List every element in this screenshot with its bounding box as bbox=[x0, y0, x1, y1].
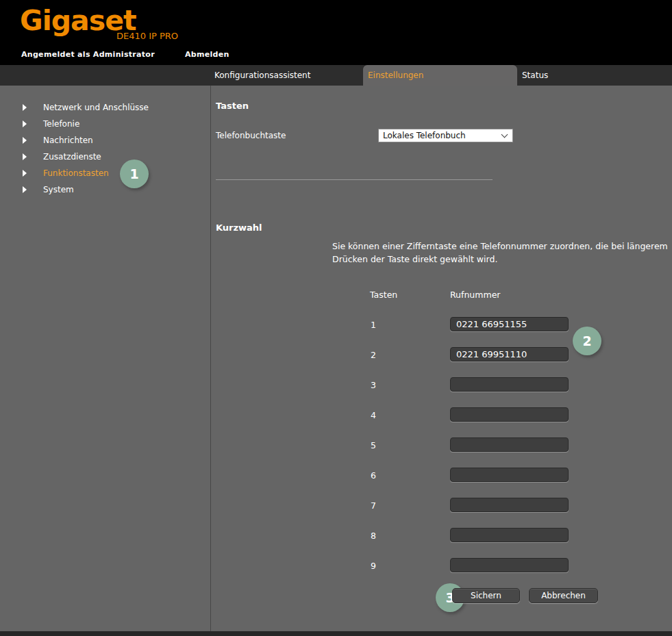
speed-dial-key-4: 4 bbox=[371, 410, 384, 420]
arrow-right-icon bbox=[23, 104, 27, 111]
speed-dial-input-5[interactable] bbox=[450, 437, 569, 452]
tab-bar: Konfigurationsassistent Einstellungen St… bbox=[0, 65, 672, 86]
sidebar-item-netzwerk[interactable]: Netzwerk und Anschlüsse bbox=[0, 99, 210, 116]
column-header-rufnummer: Rufnummer bbox=[450, 290, 500, 300]
arrow-right-icon bbox=[23, 120, 27, 127]
speed-dial-input-6[interactable] bbox=[450, 468, 569, 482]
arrow-right-icon bbox=[23, 137, 27, 144]
sidebar-item-label: Zusatzdienste bbox=[43, 149, 101, 165]
header: Gigaset DE410 IP PRO Angemeldet als Admi… bbox=[0, 0, 672, 65]
speed-dial-input-9[interactable] bbox=[450, 558, 569, 572]
chevron-down-icon bbox=[501, 131, 508, 138]
column-header-tasten: Tasten bbox=[370, 290, 397, 300]
speed-dial-input-8[interactable] bbox=[450, 528, 569, 542]
sidebar-nav: Netzwerk und Anschlüsse Telefonie Nachri… bbox=[0, 99, 210, 198]
speed-dial-input-4[interactable] bbox=[450, 407, 569, 422]
phonebook-key-selected-value: Lokales Telefonbuch bbox=[383, 131, 466, 140]
content-area: Netzwerk und Anschlüsse Telefonie Nachri… bbox=[0, 86, 672, 631]
arrow-right-icon bbox=[23, 153, 27, 160]
speed-dial-key-1: 1 bbox=[371, 320, 384, 330]
speed-dial-key-6: 6 bbox=[371, 470, 384, 481]
section-divider bbox=[216, 179, 493, 180]
sidebar-item-telefonie[interactable]: Telefonie bbox=[0, 116, 210, 132]
speed-dial-key-7: 7 bbox=[371, 500, 384, 511]
sidebar-item-nachrichten[interactable]: Nachrichten bbox=[0, 132, 210, 149]
speed-dial-input-3[interactable] bbox=[450, 377, 569, 392]
kurzwahl-heading: Kurzwahl bbox=[216, 222, 262, 233]
gigaset-config-page: Gigaset DE410 IP PRO Angemeldet als Admi… bbox=[0, 0, 672, 636]
speed-dial-input-2[interactable] bbox=[450, 347, 569, 361]
tab-konfigurationsassistent[interactable]: Konfigurationsassistent bbox=[210, 65, 360, 86]
annotation-badge-1: 1 bbox=[120, 160, 149, 188]
speed-dial-input-7[interactable] bbox=[450, 498, 569, 512]
logout-link[interactable]: Abmelden bbox=[185, 50, 229, 59]
annotation-badge-2: 2 bbox=[573, 327, 601, 355]
arrow-right-icon bbox=[23, 170, 27, 177]
bottom-bar bbox=[0, 631, 672, 636]
save-button[interactable]: Sichern bbox=[452, 588, 520, 603]
login-status: Angemeldet als Administrator bbox=[21, 50, 155, 59]
arrow-right-icon bbox=[23, 186, 27, 193]
speed-dial-key-8: 8 bbox=[371, 531, 384, 541]
tasten-heading: Tasten bbox=[216, 101, 249, 111]
sidebar-item-label: Nachrichten bbox=[43, 132, 93, 149]
speed-dial-key-5: 5 bbox=[371, 440, 384, 450]
cancel-button[interactable]: Abbrechen bbox=[529, 588, 598, 603]
phonebook-key-label: Telefonbuchtaste bbox=[216, 131, 286, 140]
kurzwahl-description: Sie können einer Zifferntaste eine Telef… bbox=[332, 240, 669, 266]
sidebar-item-label: Netzwerk und Anschlüsse bbox=[43, 99, 149, 116]
device-model: DE410 IP PRO bbox=[116, 31, 178, 41]
phonebook-key-select[interactable]: Lokales Telefonbuch bbox=[378, 129, 513, 142]
sidebar-item-label: System bbox=[43, 181, 74, 198]
sidebar-item-label: Funktionstasten bbox=[43, 165, 109, 181]
tab-einstellungen[interactable]: Einstellungen bbox=[363, 65, 517, 86]
speed-dial-input-1[interactable] bbox=[450, 317, 569, 331]
sidebar-item-funktionstasten[interactable]: Funktionstasten bbox=[0, 165, 210, 181]
sidebar-divider bbox=[210, 86, 211, 631]
speed-dial-key-9: 9 bbox=[371, 561, 384, 571]
speed-dial-key-3: 3 bbox=[371, 380, 384, 390]
sidebar-item-label: Telefonie bbox=[43, 116, 79, 132]
sidebar-item-zusatzdienste[interactable]: Zusatzdienste bbox=[0, 149, 210, 165]
speed-dial-key-2: 2 bbox=[371, 350, 384, 360]
tab-status[interactable]: Status bbox=[517, 65, 672, 86]
sidebar-item-system[interactable]: System bbox=[0, 181, 210, 198]
